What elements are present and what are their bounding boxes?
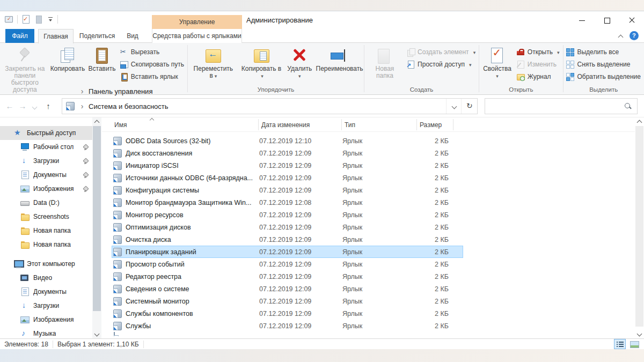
search-box[interactable] (485, 98, 638, 114)
sidebar-item[interactable]: Загрузки (0, 299, 92, 313)
table-row[interactable]: Инициатор iSCSI 07.12.2019 12:09 Ярлык 2… (112, 159, 463, 172)
address-bar[interactable]: Панель управления Система и безопасность… (62, 98, 478, 114)
table-row[interactable]: Очистка диска 07.12.2019 12:09 Ярлык 2 К… (112, 233, 463, 246)
select-none-button[interactable]: Снять выделение (564, 58, 643, 70)
table-row[interactable]: Конфигурация системы 07.12.2019 12:09 Яр… (112, 184, 463, 196)
column-header-name[interactable]: Имя (102, 119, 259, 130)
open-button[interactable]: Открыть (514, 46, 562, 58)
invert-selection-button[interactable]: Обратить выделение (564, 71, 643, 83)
collapse-ribbon-icon[interactable] (617, 33, 625, 40)
refresh-icon[interactable] (461, 99, 477, 114)
table-row[interactable]: Монитор ресурсов 07.12.2019 12:09 Ярлык … (112, 209, 463, 221)
copy-button[interactable]: Копировать (49, 45, 87, 74)
sidebar-item[interactable]: Новая папка (0, 238, 92, 252)
sidebar-item[interactable]: Загрузки (0, 154, 92, 168)
easy-access-button[interactable]: Простой доступ (404, 58, 478, 70)
back-icon[interactable]: ← (3, 100, 16, 113)
sidebar-item[interactable]: Data (D:) (0, 196, 92, 210)
scrollbar-thumb[interactable] (635, 126, 643, 327)
explorer-properties-icon[interactable] (4, 14, 14, 24)
tab-share[interactable]: Поделиться (78, 29, 116, 43)
sidebar-item[interactable]: Документы (0, 285, 92, 299)
table-row[interactable]: Планировщик заданий 07.12.2019 12:09 Ярл… (112, 246, 463, 258)
table-row[interactable]: Диск восстановления 07.12.2019 12:09 Ярл… (112, 147, 463, 159)
sidebar-item[interactable]: Этот компьютер (0, 257, 92, 271)
sidebar-item[interactable]: Быстрый доступ (0, 126, 92, 140)
new-item-button[interactable]: Создать элемент (404, 46, 478, 58)
sidebar-item-label: Музыка (33, 330, 56, 337)
filelist-scrollbar[interactable] (635, 117, 644, 338)
table-row[interactable]: ODBC Data Sources (32-bit) 07.12.2019 12… (112, 135, 463, 147)
maximize-button[interactable] (595, 11, 619, 29)
paste-shortcut-button[interactable]: Вставить ярлык (118, 71, 186, 83)
tab-view[interactable]: Вид (121, 29, 144, 43)
breadcrumb-item[interactable]: Система и безопасность (78, 99, 171, 114)
properties-button[interactable]: Свойства (480, 45, 514, 82)
scrollbar-thumb[interactable] (93, 126, 101, 311)
shortcut-icon (113, 149, 122, 158)
history-button[interactable]: Журнал (514, 71, 562, 83)
sidebar-scrollbar[interactable] (92, 117, 101, 338)
recent-locations-icon[interactable] (28, 100, 41, 113)
new-item-icon (406, 48, 415, 56)
table-row[interactable]: Сведения о системе 07.12.2019 12:09 Ярлы… (112, 283, 463, 295)
cut-button[interactable]: Вырезать (118, 46, 186, 58)
delete-button[interactable]: Удалить (285, 45, 314, 82)
sidebar-item[interactable]: Screenshots (0, 210, 92, 224)
tab-file[interactable]: Файл (5, 29, 34, 43)
navigation-pane: Быстрый доступ Рабочий стол Загрузки Док… (0, 117, 92, 338)
table-row[interactable]: Оптимизация дисков 07.12.2019 12:09 Ярлы… (112, 221, 463, 233)
new-folder-button[interactable]: Новая папка (365, 45, 404, 81)
search-input[interactable] (488, 101, 620, 112)
file-size: 2 КБ (418, 211, 454, 219)
file-size: 2 КБ (418, 285, 454, 293)
select-all-button[interactable]: Выделить все (564, 46, 643, 58)
sidebar-item-label: Новая папка (33, 241, 71, 248)
column-header-date[interactable]: Дата изменения (259, 119, 342, 130)
scroll-down-icon[interactable] (92, 330, 101, 338)
table-row[interactable]: Редактор реестра 07.12.2019 12:09 Ярлык … (112, 270, 463, 283)
tab-shortcut-tools[interactable]: Средства работы с ярлыками (152, 29, 242, 43)
table-row[interactable]: Службы 07.12.2019 12:09 Ярлык 2 КБ (112, 320, 463, 332)
sidebar-item[interactable]: Рабочий стол (0, 140, 92, 154)
scroll-up-icon[interactable] (92, 117, 101, 125)
group-label: Выделить (564, 85, 643, 94)
scroll-down-icon[interactable] (635, 330, 644, 338)
copy-path-button[interactable]: Скопировать путь (118, 58, 186, 70)
up-icon[interactable]: ↑ (42, 100, 55, 113)
new-folder-qat-icon[interactable] (34, 14, 43, 24)
breadcrumb-item[interactable]: Панель управления (78, 84, 171, 99)
tab-home[interactable]: Главная (38, 29, 74, 43)
table-row[interactable]: Монитор брандмауэра Защитника Win... 07.… (112, 196, 463, 209)
minimize-button[interactable] (570, 11, 595, 29)
copy-to-button[interactable]: Копировать в (238, 45, 286, 82)
sidebar-item[interactable]: Новая папка (0, 224, 92, 238)
close-button[interactable] (619, 11, 644, 29)
sidebar-item[interactable]: Документы (0, 168, 92, 182)
table-row[interactable]: Источники данных ODBC (64-разрядна... 07… (112, 172, 463, 184)
column-header-size[interactable]: Размер (417, 119, 453, 130)
edit-button[interactable]: Изменить (514, 58, 562, 70)
shortcut-icon (113, 137, 122, 145)
details-view-button[interactable] (614, 339, 626, 349)
address-dropdown-icon[interactable] (446, 99, 461, 114)
table-row[interactable]: Службы компонентов 07.12.2019 12:09 Ярлы… (112, 307, 463, 320)
rename-button[interactable]: Переименовать (314, 45, 363, 74)
column-header-type[interactable]: Тип (342, 119, 417, 130)
sidebar-item[interactable]: Музыка (0, 327, 92, 338)
table-row[interactable]: Системный монитор 07.12.2019 12:09 Ярлык… (112, 295, 463, 307)
video-icon (20, 274, 30, 282)
sidebar-item[interactable]: Изображения (0, 313, 92, 327)
table-row[interactable]: Просмотр событий 07.12.2019 12:09 Ярлык … (112, 258, 463, 270)
move-to-button[interactable]: Переместить в (189, 45, 238, 82)
sidebar-item[interactable]: Изображения (0, 182, 92, 196)
customize-qat-dropdown-icon[interactable] (47, 14, 54, 24)
properties-qat-icon[interactable] (21, 14, 31, 24)
sidebar-item[interactable]: Видео (0, 271, 92, 285)
paste-button[interactable]: Вставить (86, 45, 118, 74)
scroll-up-icon[interactable] (635, 117, 644, 125)
help-icon[interactable] (630, 31, 639, 40)
large-icons-view-button[interactable] (628, 339, 640, 349)
forward-icon[interactable]: → (16, 100, 29, 113)
pin-to-quick-access-button[interactable]: Закрепить на панели быстрого доступа (1, 45, 49, 95)
